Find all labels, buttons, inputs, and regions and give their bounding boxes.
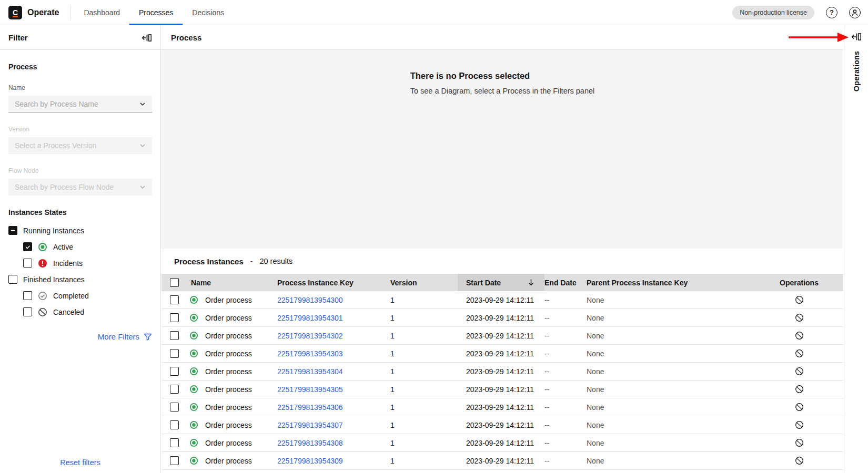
running-instances-checkbox[interactable] <box>8 226 17 235</box>
cancel-operation-icon[interactable] <box>792 418 806 432</box>
row-checkbox[interactable] <box>170 349 179 358</box>
process-instance-key-link[interactable]: 2251799813954303 <box>277 349 343 358</box>
running-instances-row: Running Instances <box>8 225 152 236</box>
cancel-operation-icon[interactable] <box>792 329 806 343</box>
app-name: Operate <box>27 8 59 17</box>
instances-list-header: Process Instances - 20 results <box>162 249 843 274</box>
start-date-value: 2023-09-29 14:12:11 <box>458 421 544 429</box>
flow-node-label: Flow Node <box>8 167 152 174</box>
chevron-down-icon <box>139 101 146 107</box>
collapse-filters-panel-icon[interactable] <box>142 33 152 43</box>
canceled-state-icon <box>38 307 47 317</box>
table-row: Order process 2251799813954307 1 2023-09… <box>162 416 843 434</box>
empty-state-subtitle: To see a Diagram, select a Process in th… <box>410 87 595 95</box>
flow-node-combobox: Search by Process Flow Node <box>8 179 152 196</box>
parent-key-value: None <box>587 314 755 322</box>
parent-key-value: None <box>587 439 755 447</box>
row-checkbox[interactable] <box>170 385 179 394</box>
tab-decisions[interactable]: Decisions <box>183 0 234 25</box>
column-header-end-date[interactable]: End Date <box>544 274 587 291</box>
process-instance-key-link[interactable]: 2251799813954306 <box>277 403 343 412</box>
process-version-select: Select a Process Version <box>8 137 152 154</box>
process-name: Order process <box>205 367 252 376</box>
table-row: Order process 2251799813954301 1 2023-09… <box>162 309 843 327</box>
start-date-value: 2023-09-29 14:12:11 <box>458 332 544 340</box>
reset-filters-button[interactable]: Reset filters <box>0 458 160 467</box>
instances-list-title: Process Instances <box>174 257 244 266</box>
incidents-row: Incidents <box>23 258 152 269</box>
cancel-operation-icon[interactable] <box>792 293 806 307</box>
tab-dashboard[interactable]: Dashboard <box>74 0 129 25</box>
process-instance-key-link[interactable]: 2251799813954307 <box>277 421 343 429</box>
table-row: Order process 2251799813954304 1 2023-09… <box>162 363 843 381</box>
process-name: Order process <box>205 457 252 465</box>
more-filters-button[interactable]: More Filters <box>8 332 152 341</box>
process-instance-key-link[interactable]: 2251799813954302 <box>277 332 343 340</box>
column-header-key[interactable]: Process Instance Key <box>277 274 390 291</box>
version-value: 1 <box>390 367 458 376</box>
license-badge: Non-production license <box>732 6 814 19</box>
row-checkbox[interactable] <box>170 313 179 322</box>
process-instance-key-link[interactable]: 2251799813954308 <box>277 439 343 447</box>
cancel-operation-icon[interactable] <box>792 347 806 361</box>
operations-panel-expand-button[interactable] <box>851 32 862 42</box>
row-checkbox[interactable] <box>170 403 179 412</box>
process-instance-key-link[interactable]: 2251799813954305 <box>277 385 343 394</box>
end-date-value: -- <box>544 367 587 376</box>
completed-checkbox[interactable] <box>23 291 32 300</box>
process-name: Order process <box>205 314 252 322</box>
column-header-operations[interactable]: Operations <box>755 274 843 291</box>
empty-state-title: There is no Process selected <box>410 71 595 81</box>
column-header-version[interactable]: Version <box>390 274 458 291</box>
row-checkbox[interactable] <box>170 331 179 340</box>
select-all-checkbox[interactable] <box>170 278 179 287</box>
process-main-panel: Process There is no Process selected To … <box>162 26 843 473</box>
column-header-start-date[interactable]: Start Date <box>458 274 544 291</box>
version-value: 1 <box>390 349 458 358</box>
column-header-name[interactable]: Name <box>185 274 277 291</box>
person-icon <box>851 9 859 16</box>
diagram-empty-state: There is no Process selected To see a Di… <box>410 50 595 95</box>
cancel-operation-icon[interactable] <box>792 311 806 325</box>
process-instance-key-link[interactable]: 2251799813954300 <box>277 296 343 304</box>
active-row: Active <box>23 241 152 252</box>
process-name: Order process <box>205 421 252 429</box>
state-label: Incidents <box>53 259 83 268</box>
camunda-logo-icon: C <box>8 6 22 19</box>
incident-state-icon <box>38 259 47 268</box>
flow-node-field: Flow Node Search by Process Flow Node <box>8 167 152 196</box>
row-checkbox[interactable] <box>170 367 179 376</box>
row-checkbox[interactable] <box>170 456 179 465</box>
incidents-checkbox[interactable] <box>23 259 32 268</box>
active-checkbox[interactable] <box>23 242 32 251</box>
diagram-empty-area: There is no Process selected To see a Di… <box>162 50 843 249</box>
cancel-operation-icon[interactable] <box>792 454 806 468</box>
filter-funnel-icon <box>144 333 152 341</box>
process-instance-key-link[interactable]: 2251799813954309 <box>277 457 343 465</box>
filters-panel-title: Filter <box>8 33 28 42</box>
state-label: Canceled <box>53 308 84 316</box>
column-header-parent-key[interactable]: Parent Process Instance Key <box>587 274 755 291</box>
process-name-combobox[interactable]: Search by Process Name <box>8 96 152 112</box>
help-question-icon[interactable]: ? <box>826 7 837 18</box>
cancel-operation-icon[interactable] <box>792 383 806 396</box>
chevron-down-icon <box>139 142 146 149</box>
cancel-operation-icon[interactable] <box>792 365 806 378</box>
cancel-operation-icon[interactable] <box>792 436 806 450</box>
process-version-placeholder: Select a Process Version <box>15 141 97 150</box>
process-instance-key-link[interactable]: 2251799813954304 <box>277 367 343 376</box>
tab-processes[interactable]: Processes <box>129 0 183 25</box>
cancel-operation-icon[interactable] <box>792 400 806 414</box>
active-state-icon <box>189 403 198 412</box>
user-avatar-icon[interactable] <box>849 7 861 18</box>
finished-instances-checkbox[interactable] <box>8 275 17 284</box>
row-checkbox[interactable] <box>170 420 179 429</box>
canceled-checkbox[interactable] <box>23 307 32 316</box>
start-date-value: 2023-09-29 14:12:11 <box>458 439 544 447</box>
table-row: Order process 2251799813954303 1 2023-09… <box>162 345 843 363</box>
row-checkbox[interactable] <box>170 438 179 447</box>
end-date-value: -- <box>544 314 587 322</box>
flow-node-placeholder: Search by Process Flow Node <box>15 183 114 191</box>
row-checkbox[interactable] <box>170 295 179 304</box>
process-instance-key-link[interactable]: 2251799813954301 <box>277 314 343 322</box>
